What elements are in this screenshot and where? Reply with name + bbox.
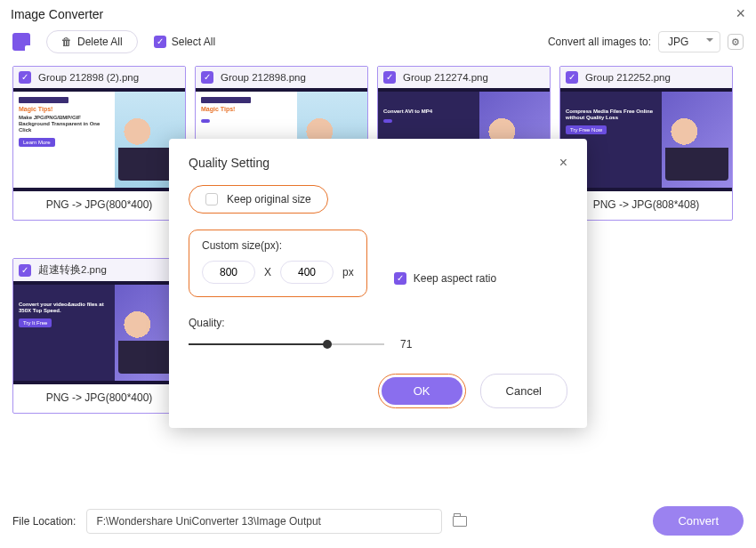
- card-header: 超速转换2.png: [13, 259, 185, 281]
- file-location-label: File Location:: [12, 515, 76, 528]
- card-header: Group 212274.png: [378, 67, 550, 88]
- delete-all-button[interactable]: 🗑 Delete All: [46, 30, 138, 53]
- card-filename: Group 212898 (2).png: [38, 72, 139, 83]
- checkbox-icon: [394, 272, 406, 285]
- slider-thumb-icon[interactable]: [323, 340, 332, 349]
- custom-size-label: Custom size(px):: [202, 239, 354, 252]
- custom-size-group: Custom size(px): X px: [189, 230, 367, 297]
- gear-icon[interactable]: ⚙: [728, 34, 744, 50]
- trash-icon: 🗑: [61, 36, 72, 48]
- card-header: Group 212252.png: [560, 67, 732, 88]
- folder-icon[interactable]: [453, 516, 467, 527]
- checkbox-icon: [205, 193, 218, 206]
- keep-original-label: Keep original size: [227, 193, 311, 206]
- app-logo-icon: [12, 33, 30, 51]
- checkbox-icon[interactable]: [566, 71, 578, 84]
- image-card[interactable]: Group 212898 (2).pngMagic Tips!Make JPG/…: [12, 66, 186, 221]
- quality-slider[interactable]: [189, 343, 384, 345]
- window-title: Image Converter: [11, 7, 103, 21]
- convert-to-label: Convert all images to:: [548, 36, 651, 48]
- height-input[interactable]: [280, 261, 334, 284]
- format-dropdown[interactable]: JPG: [658, 31, 720, 52]
- checkbox-icon[interactable]: [201, 71, 213, 84]
- dialog-close-icon[interactable]: ×: [559, 155, 567, 171]
- card-thumbnail: Convert your video&audio files at 350X T…: [13, 281, 185, 384]
- file-location-input[interactable]: [86, 509, 442, 534]
- quality-value: 71: [400, 338, 412, 351]
- format-value: JPG: [668, 36, 688, 48]
- keep-original-size-option[interactable]: Keep original size: [189, 185, 328, 214]
- keep-aspect-ratio-checkbox[interactable]: Keep aspect ratio: [394, 272, 496, 285]
- checkbox-icon[interactable]: [19, 71, 31, 84]
- select-all-checkbox[interactable]: Select All: [154, 36, 215, 48]
- quality-setting-dialog: Quality Setting × Keep original size Cus…: [169, 139, 587, 428]
- checkbox-icon[interactable]: [19, 264, 31, 277]
- card-filename: Group 212898.png: [221, 72, 306, 83]
- delete-all-label: Delete All: [77, 36, 123, 48]
- convert-button[interactable]: Convert: [653, 506, 744, 536]
- card-thumbnail: Magic Tips!Make JPG/PNG/BMP/GIF Backgrou…: [13, 88, 185, 191]
- card-conversion-label: PNG -> JPG(800*400): [13, 191, 185, 220]
- px-unit-label: px: [342, 266, 354, 278]
- card-filename: Group 212274.png: [403, 72, 488, 83]
- card-conversion-label: PNG -> JPG(800*400): [13, 384, 185, 413]
- card-filename: 超速转换2.png: [38, 263, 107, 277]
- card-header: Group 212898.png: [196, 67, 367, 88]
- quality-label: Quality:: [189, 317, 567, 329]
- checkbox-icon[interactable]: [383, 71, 396, 84]
- checkbox-icon: [154, 36, 166, 48]
- cancel-button[interactable]: Cancel: [480, 374, 567, 408]
- ok-button[interactable]: OK: [382, 377, 462, 405]
- dialog-title: Quality Setting: [189, 156, 269, 170]
- width-input[interactable]: [202, 261, 255, 284]
- size-separator: X: [264, 266, 271, 278]
- close-icon[interactable]: ×: [736, 4, 745, 23]
- card-header: Group 212898 (2).png: [13, 67, 185, 88]
- aspect-label: Keep aspect ratio: [414, 272, 496, 285]
- image-card[interactable]: 超速转换2.pngConvert your video&audio files …: [12, 258, 186, 414]
- card-filename: Group 212252.png: [585, 72, 671, 83]
- select-all-label: Select All: [172, 36, 215, 48]
